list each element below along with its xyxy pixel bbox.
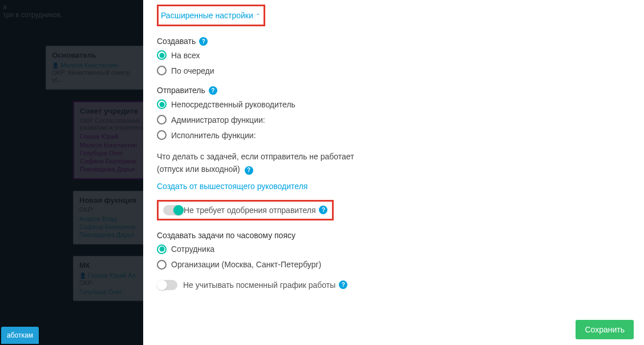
toggle-no-approval[interactable] bbox=[163, 205, 184, 215]
advanced-settings-toggle[interactable]: Расширенные настройки ⌃ bbox=[160, 7, 261, 23]
radio-create-all[interactable]: На всех bbox=[157, 50, 630, 60]
toggle-shift-label: Не учитывать посменный график работы bbox=[183, 280, 335, 290]
group-absence: Что делать с задачей, если отправитель н… bbox=[157, 150, 630, 191]
settings-panel: Расширенные настройки ⌃ Создавать ? На в… bbox=[143, 0, 644, 345]
toggle-shift[interactable] bbox=[157, 280, 177, 290]
radio-create-all-label: На всех bbox=[171, 51, 200, 60]
help-icon[interactable]: ? bbox=[339, 280, 347, 289]
help-icon[interactable]: ? bbox=[199, 37, 208, 46]
radio-sender-supervisor-label: Непосредственный руководитель bbox=[171, 100, 295, 109]
absence-line2: (отпуск или выходной) bbox=[157, 165, 240, 174]
label-timezone: Создавать задачи по часовому поясу bbox=[157, 231, 295, 240]
group-sender: Отправитель ? Непосредственный руководит… bbox=[157, 86, 630, 140]
radio-create-turn[interactable]: По очереди bbox=[157, 66, 630, 75]
absence-line1: Что делать с задачей, если отправитель н… bbox=[157, 152, 354, 161]
toggle-no-approval-label: Не требует одобрения отправителя bbox=[184, 206, 315, 215]
link-create-from-superior[interactable]: Создать от вышестоящего руководителя bbox=[157, 182, 307, 191]
radio-sender-admin[interactable]: Администратор функции: bbox=[157, 115, 630, 125]
radio-sender-admin-label: Администратор функции: bbox=[171, 115, 265, 125]
radio-sender-supervisor[interactable]: Непосредственный руководитель bbox=[157, 99, 630, 109]
radio-sender-executor[interactable]: Исполнитель функции: bbox=[157, 130, 630, 140]
radio-icon bbox=[157, 50, 167, 60]
label-sender: Отправитель bbox=[157, 86, 205, 95]
highlight-no-approval: Не требует одобрения отправителя ? bbox=[157, 200, 334, 220]
radio-tz-org-label: Организации (Москва, Санкт-Петербург) bbox=[171, 260, 321, 269]
radio-icon bbox=[157, 260, 167, 270]
group-timezone: Создавать задачи по часовому поясу Сотру… bbox=[157, 231, 630, 270]
radio-icon bbox=[157, 66, 167, 75]
radio-sender-executor-label: Исполнитель функции: bbox=[171, 131, 256, 140]
radio-tz-employee-label: Сотрудника bbox=[171, 244, 214, 254]
save-button[interactable]: Сохранить bbox=[576, 320, 634, 339]
highlight-advanced: Расширенные настройки ⌃ bbox=[157, 5, 265, 26]
radio-icon bbox=[157, 244, 167, 254]
radio-tz-org[interactable]: Организации (Москва, Санкт-Петербург) bbox=[157, 260, 630, 270]
radio-icon bbox=[157, 99, 167, 109]
label-create: Создавать bbox=[157, 37, 196, 46]
group-shift: Не учитывать посменный график работы ? bbox=[157, 280, 630, 290]
group-create: Создавать ? На всех По очереди bbox=[157, 37, 630, 75]
radio-icon bbox=[157, 130, 167, 140]
help-icon[interactable]: ? bbox=[319, 206, 327, 214]
radio-create-turn-label: По очереди bbox=[171, 66, 214, 75]
chevron-up-icon: ⌃ bbox=[256, 13, 260, 19]
radio-icon bbox=[157, 115, 167, 125]
radio-tz-employee[interactable]: Сотрудника bbox=[157, 244, 630, 254]
advanced-settings-label: Расширенные настройки bbox=[161, 11, 253, 20]
bottom-left-button[interactable]: аботкам bbox=[1, 327, 39, 344]
help-icon[interactable]: ? bbox=[209, 86, 217, 95]
help-icon[interactable]: ? bbox=[245, 166, 253, 175]
